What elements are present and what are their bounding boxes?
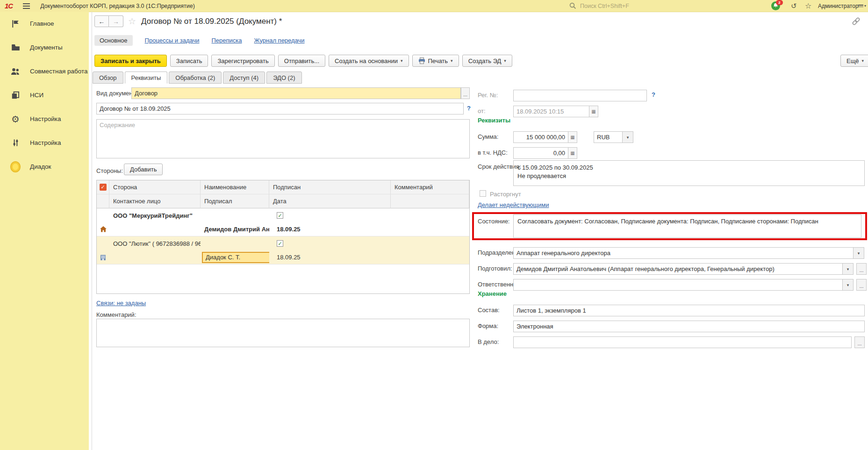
content-field[interactable]	[96, 119, 470, 158]
help-icon[interactable]: ?	[467, 105, 471, 112]
sidebar-item-sovmestnaya-rabota[interactable]: Совместная работа	[0, 59, 89, 83]
prepared-label: Подготовил:	[478, 265, 512, 272]
get-link-icon[interactable]	[852, 17, 861, 27]
dropdown-caret-icon[interactable]: ▾	[622, 132, 633, 143]
dropdown-caret-icon[interactable]: ▾	[842, 279, 853, 290]
responsible-choose-button[interactable]: ...	[856, 279, 867, 291]
tab-dostup[interactable]: Доступ (4)	[223, 71, 265, 84]
notifications-button[interactable]: 2	[771, 1, 781, 11]
table-header-row2: Контактное лицо Подписал Дата	[97, 194, 469, 208]
table-row[interactable]: ООО "МеркурийТрейдинг" ✓	[97, 208, 469, 222]
col-party[interactable]: Сторона	[109, 180, 201, 194]
sum-label: Сумма:	[478, 133, 498, 140]
back-button[interactable]: ←	[94, 15, 109, 27]
currency-select[interactable]: RUB ▾	[594, 131, 633, 143]
terminated-checkbox[interactable]	[480, 190, 486, 197]
nav-osnovnoe[interactable]: Основное	[94, 35, 133, 46]
history-icon[interactable]: ↺	[791, 0, 797, 12]
department-select[interactable]: Аппарат генерального директора ▾	[513, 247, 864, 259]
col-signed[interactable]: Подписан	[269, 180, 391, 194]
sidebar-item-nastroyka-sliders[interactable]: Настройка	[0, 131, 89, 155]
nav-perepiska[interactable]: Переписка	[212, 37, 242, 44]
case-choose-button[interactable]: ...	[854, 336, 865, 348]
calculator-icon[interactable]: ▦	[568, 132, 577, 143]
doc-kind-choose-button[interactable]: ...	[461, 87, 470, 99]
tab-obrabotka[interactable]: Обработка (2)	[169, 71, 222, 84]
add-party-button[interactable]: Добавить	[124, 164, 163, 175]
favorites-star-icon[interactable]: ☆	[805, 0, 811, 12]
links-link[interactable]: Связи: не заданы	[96, 300, 146, 307]
checkmark-icon: ✓	[100, 184, 107, 191]
sum-field[interactable]: 15 000 000,00 ▦	[513, 131, 577, 143]
print-button[interactable]: Печать ▾	[412, 55, 459, 67]
signed-checkbox[interactable]: ✓	[277, 240, 283, 247]
sidebar-item-diadoc[interactable]: Диадок	[0, 155, 89, 179]
doc-kind-field[interactable]	[131, 87, 461, 99]
col-comment[interactable]: Комментарий	[391, 180, 469, 194]
dropdown-caret-icon[interactable]: ▾	[853, 248, 864, 258]
notification-badge: 2	[776, 0, 783, 5]
reg-number-field[interactable]	[513, 90, 647, 101]
create-ed-button[interactable]: Создать ЭД ▾	[462, 55, 512, 67]
titlebar: 1С Документооборот КОРП, редакция 3.0 (1…	[0, 0, 868, 12]
app-title: Документооборот КОРП, редакция 3.0 (1С:П…	[40, 3, 195, 9]
sidebar-item-label: Настройка	[30, 139, 61, 146]
main-menu-icon[interactable]	[23, 3, 30, 9]
term-field[interactable]: с 15.09.2025 по 30.09.2025 Не продлевает…	[513, 160, 865, 186]
tab-obzor[interactable]: Обзор	[93, 71, 123, 84]
nav-processy-i-zadachi[interactable]: Процессы и задачи	[145, 37, 200, 44]
signed-checkbox[interactable]: ✓	[277, 212, 283, 219]
save-and-close-button[interactable]: Записать и закрыть	[94, 55, 167, 67]
state-label: Состояние:	[478, 218, 509, 225]
col-contact[interactable]: Контактное лицо	[109, 194, 201, 208]
help-icon[interactable]: ?	[652, 91, 655, 98]
sign-date: 18.09.25	[269, 222, 391, 236]
table-row-selected[interactable]: ООО "Лютик" ( 9672836988 / 967... ✓	[97, 236, 469, 250]
sidebar-item-nastroyka-gear[interactable]: ⚙ Настройка	[0, 107, 89, 131]
case-field[interactable]	[513, 336, 852, 348]
more-button[interactable]: Ещё ▾	[840, 55, 868, 67]
service-menu-icon[interactable]: ▾	[858, 0, 866, 12]
prepared-choose-button[interactable]: ...	[856, 263, 867, 275]
sidebar-item-glavnoe[interactable]: Главное	[0, 12, 89, 36]
responsible-select[interactable]: ▾	[513, 279, 854, 291]
comment-label: Комментарий:	[96, 311, 136, 318]
form-tabs: Обзор Реквизиты Обработка (2) Доступ (4)…	[93, 71, 303, 84]
nav-zhurnal-peredachi[interactable]: Журнал передачи	[254, 37, 305, 44]
table-row[interactable]: Демидов Дмитрий Анатол... 18.09.25	[97, 222, 469, 236]
tab-edo[interactable]: ЭДО (2)	[266, 71, 301, 84]
sidebar-item-nsi[interactable]: НСИ	[0, 83, 89, 107]
save-button[interactable]: Записать	[170, 55, 208, 67]
doc-name-field[interactable]	[96, 103, 464, 114]
table-row-selected[interactable]: Диадок С. Т. 18.09.25	[97, 250, 469, 264]
state-field[interactable]: Согласовать документ: Согласован, Подпис…	[513, 214, 861, 238]
comment-field[interactable]	[96, 319, 470, 347]
reg-date-field[interactable]: 18.09.2025 10:15 ▦	[513, 106, 598, 117]
sidebar-item-label: Диадок	[30, 163, 51, 170]
user-name[interactable]: Администратор	[818, 0, 859, 12]
register-button[interactable]: Зарегистрировать	[211, 55, 274, 67]
tab-rekvizity[interactable]: Реквизиты	[125, 71, 168, 84]
create-based-on-button[interactable]: Создать на основании ▾	[329, 55, 409, 67]
form-field[interactable]	[513, 321, 865, 332]
create-based-on-label: Создать на основании	[335, 57, 398, 64]
search-input[interactable]	[579, 2, 656, 10]
invalidates-link[interactable]: Делает недействующими	[478, 201, 549, 208]
vat-field[interactable]: 0,00 ▦	[513, 147, 577, 159]
calendar-icon[interactable]: ▦	[589, 106, 598, 117]
forward-button[interactable]: →	[109, 15, 123, 27]
composition-field[interactable]	[513, 305, 865, 316]
header-checkbox-cell[interactable]: ✓	[97, 180, 109, 194]
col-date[interactable]: Дата	[269, 194, 391, 208]
sidebar-item-dokumenty[interactable]: Документы	[0, 36, 89, 59]
dropdown-caret-icon[interactable]: ▾	[842, 264, 853, 274]
reg-date-label: от:	[478, 107, 486, 114]
favorite-star-icon[interactable]: ☆	[128, 16, 136, 27]
calculator-icon[interactable]: ▦	[568, 148, 577, 158]
send-button[interactable]: Отправить...	[278, 55, 325, 67]
col-signer[interactable]: Подписал	[201, 194, 269, 208]
dropdown-caret-icon: ▾	[451, 58, 453, 63]
prepared-select[interactable]: Демидов Дмитрий Анатольевич (Аппарат ген…	[513, 263, 854, 275]
col-name[interactable]: Наименование	[201, 180, 269, 194]
active-cell-signer[interactable]: Диадок С. Т.	[202, 252, 269, 263]
